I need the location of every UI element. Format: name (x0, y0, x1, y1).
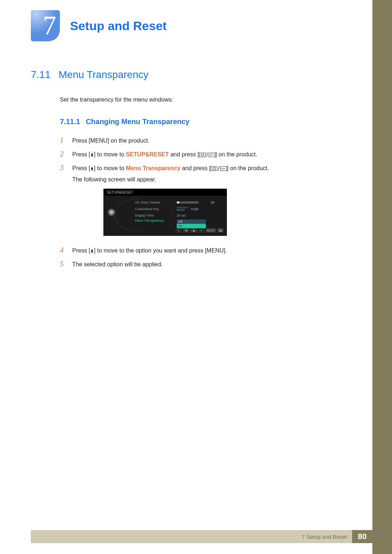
osd-option-off: Off (177, 219, 206, 224)
up-down-icon: ▲▼ (90, 153, 94, 157)
volume-bar (177, 201, 199, 204)
step-3: 3 Press [▲▼] to move to Menu Transparenc… (60, 161, 359, 185)
step-text: and press [ (169, 151, 199, 157)
menu-key: MENU (90, 138, 107, 144)
step-5: 5 The selected option will be applied. (60, 257, 359, 271)
step-target: Menu Transparency (126, 165, 180, 171)
step-number: 2 (60, 147, 66, 161)
osd-value: 20 sec (177, 214, 187, 217)
osd-row-menu-transparency: Menu Transparency : Off On (135, 219, 223, 225)
step-text: ] to move to the option you want and pre… (94, 247, 207, 254)
section-intro: Set the transparency for the menu window… (60, 97, 359, 103)
osd-nav-bar: ◄ ▼ ▲ ► AUTO ⏻ (104, 227, 226, 233)
step-number: 1 (60, 133, 66, 147)
gear-icon (108, 209, 115, 216)
osd-label: On Timer Volume (135, 201, 171, 204)
step-target: SETUP&RESET (126, 151, 169, 157)
nav-right-icon: ► (198, 228, 205, 233)
osd-arc-decoration (115, 198, 140, 231)
step-text: ] on the product. (107, 138, 150, 144)
step-text: ]. (224, 247, 227, 254)
step-1: 1 Press [MENU] on the product. (60, 133, 359, 147)
step-tail: The following screen will appear. (72, 174, 359, 185)
up-down-icon: ▲▼ (90, 249, 94, 253)
step-text: Press [ (72, 151, 90, 157)
nav-down-icon: ▼ (183, 228, 189, 233)
step-number: 5 (60, 257, 66, 271)
steps-list: 1 Press [MENU] on the product. 2 Press [… (60, 133, 359, 185)
nav-left-icon: ◄ (175, 228, 182, 233)
step-text: and press [ (180, 165, 211, 171)
osd-value: Angle (191, 207, 199, 211)
page-number: 80 (352, 530, 372, 543)
nav-up-icon: ▲ (191, 228, 197, 233)
right-margin-bar (372, 0, 392, 554)
osd-row-volume: On Timer Volume : 10 (135, 199, 223, 206)
up-down-icon: ▲▼ (90, 167, 94, 171)
subsection-number: 7.11.1 (60, 118, 80, 126)
subsection-title: Changing Menu Transparency (86, 118, 190, 126)
step-2: 2 Press [▲▼] to move to SETUP&RESET and … (60, 147, 359, 161)
nav-auto-button: AUTO (206, 228, 216, 233)
step-text: ] to move to (94, 151, 126, 157)
source-enter-icon: / (211, 163, 227, 174)
subsection-heading: 7.11.1Changing Menu Transparency (60, 118, 359, 126)
osd-label: Display Time (135, 214, 171, 217)
section-body: 7.11 Menu Transparency Set the transpare… (31, 69, 359, 271)
section-heading: 7.11 Menu Transparency (31, 69, 359, 81)
chapter-badge: 7 (31, 10, 60, 41)
section-title: Menu Transparency (59, 69, 148, 81)
chapter-number: 7 (43, 10, 56, 41)
osd-label: Customized Key (135, 207, 171, 211)
osd-option-on: On (177, 224, 206, 228)
osd-value: 10 (211, 201, 215, 204)
step-text: ] to move to (94, 165, 126, 171)
menu-key: MENU (207, 247, 224, 254)
step-text: Press [ (72, 138, 90, 144)
step-4: 4 Press [▲▼] to move to the option you w… (60, 243, 359, 257)
source-enter-icon: / (199, 149, 215, 160)
osd-panel: SETUP&RESET On Timer Volume : 10 Customi… (103, 189, 227, 236)
osd-label-active: Menu Transparency (135, 219, 171, 222)
section-number: 7.11 (31, 69, 51, 81)
chapter-header: 7 Setup and Reset (31, 10, 167, 41)
nav-power-icon: ⏻ (217, 228, 224, 233)
step-text: Press [ (72, 247, 90, 254)
step-text: ] on the product. (227, 165, 269, 171)
step-number: 3 (60, 161, 66, 175)
step-number: 4 (60, 243, 66, 257)
page-footer: 7 Setup and Reset 80 (31, 530, 372, 543)
footer-label: 7 Setup and Reset (302, 534, 347, 540)
steps-list-continued: 4 Press [▲▼] to move to the option you w… (60, 243, 359, 271)
osd-option-box: Off On (177, 219, 206, 228)
osd-row-custom-key: Customized Key : SAMSUNGMAGIC Angle (135, 206, 223, 212)
osd-title: SETUP&RESET (104, 189, 226, 196)
step-text: ] on the product. (215, 151, 257, 157)
chapter-title: Setup and Reset (70, 19, 167, 33)
samsung-magic-logo: SAMSUNGMAGIC (177, 207, 188, 211)
osd-screenshot: SETUP&RESET On Timer Volume : 10 Customi… (103, 189, 359, 236)
step-text: The selected option will be applied. (72, 259, 359, 270)
step-text: Press [ (72, 165, 90, 171)
osd-row-display-time: Display Time : 20 sec (135, 212, 223, 219)
